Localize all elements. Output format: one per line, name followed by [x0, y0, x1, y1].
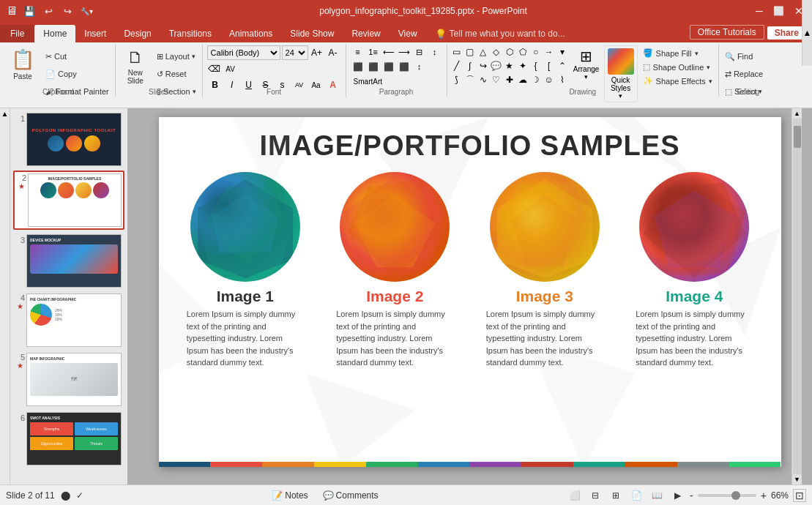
tab-slideshow[interactable]: Slide Show: [281, 25, 343, 42]
scroll-up-handle[interactable]: ▲: [792, 108, 802, 119]
view-reading-btn[interactable]: 📖: [649, 488, 665, 503]
shape-cross[interactable]: ✚: [503, 73, 516, 86]
slide-thumb-5[interactable]: 5 ★ MAP INFOGRAPHIC 🗺: [13, 351, 124, 408]
tab-design[interactable]: Design: [115, 25, 160, 42]
shape-pentagon[interactable]: ⬠: [516, 45, 529, 59]
shape-smiley[interactable]: ☺: [543, 73, 556, 86]
view-slide-sorter-btn[interactable]: ⊞: [608, 488, 624, 503]
replace-btn[interactable]: ⇄Replace: [722, 66, 775, 82]
clear-format-btn[interactable]: ⌫: [207, 61, 222, 76]
comments-btn[interactable]: 💬 Comments: [319, 490, 383, 501]
shape-curve[interactable]: ∫: [463, 59, 477, 72]
shape-wavy[interactable]: ∿: [477, 73, 490, 86]
align-right-btn[interactable]: ⬛: [381, 60, 396, 73]
text-direction-btn[interactable]: ↕: [412, 60, 427, 73]
shape-connector[interactable]: ↪: [477, 59, 490, 72]
align-left-btn[interactable]: ⬛: [351, 60, 365, 73]
increase-indent-btn[interactable]: ⟶: [397, 45, 411, 59]
layout-btn[interactable]: ⊞Layout▾: [154, 48, 199, 64]
shape-bracket[interactable]: [: [543, 59, 556, 72]
slide-canvas[interactable]: IMAGE/PORTFOLIO SAMPLES Image 1: [159, 117, 781, 467]
copy-btn[interactable]: 📄Copy: [42, 66, 112, 82]
shape-star6[interactable]: ✦: [516, 59, 529, 72]
tab-transitions[interactable]: Transitions: [160, 25, 220, 42]
find-btn[interactable]: 🔍Find: [722, 48, 775, 64]
shape-fill-btn[interactable]: 🪣Shape Fill▾: [640, 47, 715, 59]
slide-thumb-3[interactable]: 3 DEVICE MOCKUP: [13, 233, 124, 289]
font-increase-btn[interactable]: A+: [310, 45, 324, 60]
shape-line[interactable]: ╱: [450, 59, 463, 72]
tab-animations[interactable]: Animations: [220, 25, 281, 42]
view-notes-page-btn[interactable]: 📄: [628, 488, 644, 503]
columns-btn[interactable]: ⊟: [412, 45, 427, 59]
tab-home[interactable]: Home: [34, 25, 75, 42]
numbering-btn[interactable]: 1≡: [366, 45, 381, 59]
tab-review[interactable]: Review: [343, 25, 389, 42]
new-slide-btn[interactable]: 🗋 New Slide: [119, 45, 152, 86]
view-slideshow-btn[interactable]: ▶: [669, 488, 685, 503]
slide-thumb-1[interactable]: 1 POLYGON INFOGRAPHIC TOOLKIT: [13, 111, 124, 168]
undo-btn[interactable]: ↩: [41, 4, 56, 18]
restore-btn[interactable]: ⬜: [770, 6, 787, 16]
zoom-in-btn[interactable]: +: [761, 490, 767, 501]
shape-effects-btn[interactable]: ✨Shape Effects▾: [640, 75, 715, 87]
cut-btn[interactable]: ✂Cut: [42, 48, 112, 64]
decrease-indent-btn[interactable]: ⟵: [381, 45, 396, 59]
shape-star5[interactable]: ★: [503, 59, 516, 72]
expand-ribbon-btn[interactable]: ▲: [802, 42, 812, 66]
shape-moon[interactable]: ☽: [529, 73, 543, 86]
shape-scroll[interactable]: ⌃: [556, 59, 569, 72]
line-spacing-btn[interactable]: ↕: [428, 45, 442, 59]
minimize-btn[interactable]: ─: [753, 5, 766, 17]
shape-rect[interactable]: ▭: [450, 45, 463, 59]
tab-file[interactable]: File: [0, 25, 34, 42]
font-decrease-btn[interactable]: A-: [326, 45, 340, 60]
shape-rounded-rect[interactable]: ▢: [463, 45, 477, 59]
share-btn[interactable]: Share: [767, 26, 806, 40]
align-center-btn[interactable]: ⬛: [366, 60, 381, 73]
scroll-down-handle[interactable]: ▼: [792, 474, 802, 485]
notes-btn[interactable]: 📝 Notes: [267, 490, 312, 501]
font-size-select[interactable]: 24: [282, 45, 308, 60]
slide-thumb-6[interactable]: 6 SWOT ANALYSIS Strengths Weaknesses Opp…: [13, 411, 124, 467]
tab-view[interactable]: View: [390, 25, 426, 42]
zoom-slider[interactable]: [698, 494, 756, 497]
justify-btn[interactable]: ⬛: [397, 60, 411, 73]
customize-btn[interactable]: 🔧▾: [79, 4, 94, 18]
char-spacing-btn[interactable]: AV: [223, 61, 238, 76]
shape-outline-btn[interactable]: ⬚Shape Outline▾: [640, 61, 715, 73]
font-name-select[interactable]: Calibri (Body): [207, 45, 280, 60]
shape-cloud[interactable]: ☁: [516, 73, 529, 86]
slide-thumb-2[interactable]: 2 ★ IMAGE/PORTFOLIO SAMPLES: [13, 171, 124, 230]
shape-scroll2[interactable]: ⌇: [556, 73, 569, 86]
scroll-up-btn[interactable]: ▲: [1, 110, 9, 118]
redo-btn[interactable]: ↪: [60, 4, 75, 18]
scroll-thumb[interactable]: [794, 126, 801, 148]
shape-arrow-right[interactable]: →: [543, 45, 556, 59]
tab-tell-me[interactable]: 💡 Tell me what you want to do...: [426, 25, 574, 42]
bullets-btn[interactable]: ≡: [351, 45, 365, 59]
shape-diamond[interactable]: ◇: [490, 45, 503, 59]
fit-slide-btn[interactable]: ⊡: [793, 489, 806, 502]
shape-freeform[interactable]: ⟆: [450, 73, 463, 86]
zoom-out-btn[interactable]: -: [690, 490, 693, 501]
reset-btn[interactable]: ↺Reset: [154, 66, 199, 82]
save-btn[interactable]: 💾: [22, 4, 37, 18]
tab-insert[interactable]: Insert: [75, 25, 115, 42]
office-tutorials-btn[interactable]: Office Tutorials: [690, 25, 764, 40]
shape-brace[interactable]: {: [529, 59, 543, 72]
convert-to-smartart-btn[interactable]: SmartArt: [351, 75, 385, 88]
shape-arc[interactable]: ⌒: [463, 73, 477, 86]
shape-cylinder[interactable]: ⬡: [503, 45, 516, 59]
shape-callout[interactable]: 💬: [490, 59, 503, 72]
shape-more[interactable]: ▾: [556, 45, 569, 59]
canvas-scroll-top[interactable]: ▲ ▼: [791, 108, 802, 485]
view-normal-btn[interactable]: ⬜: [567, 488, 583, 503]
shape-triangle[interactable]: △: [477, 45, 490, 59]
view-outline-btn[interactable]: ⊟: [587, 488, 603, 503]
shape-heart[interactable]: ♡: [490, 73, 503, 86]
zoom-handle[interactable]: [731, 491, 740, 500]
slide-thumb-4[interactable]: 4 ★ PIE CHART INFOGRAPHIC 28%33%19%: [13, 292, 124, 348]
shape-oval[interactable]: ○: [529, 45, 543, 59]
slide-panel-scroll-up[interactable]: ▲: [0, 108, 10, 485]
